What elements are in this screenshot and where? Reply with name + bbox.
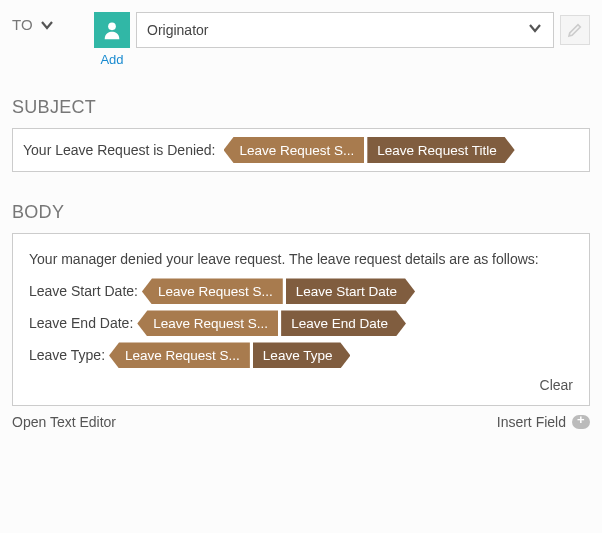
field-tag-lead[interactable]: Leave Request S... [109, 342, 250, 368]
to-section: TO Add Originator [12, 12, 590, 67]
chevron-down-icon [527, 20, 543, 40]
body-label: BODY [12, 202, 590, 223]
to-label: TO [12, 16, 33, 33]
body-line: Leave Type: Leave Request S... Leave Typ… [29, 342, 573, 368]
body-line: Leave End Date: Leave Request S... Leave… [29, 310, 573, 336]
chevron-down-icon[interactable] [39, 17, 55, 33]
field-tag-tail[interactable]: Leave End Date [281, 310, 406, 336]
avatar-block: Add [94, 12, 130, 67]
body-line-label: Leave Type: [29, 344, 105, 366]
svg-point-0 [108, 22, 116, 30]
footer-row: Open Text Editor Insert Field [12, 414, 590, 430]
body-line-label: Leave Start Date: [29, 280, 138, 302]
avatar-icon [94, 12, 130, 48]
to-label-area: TO [12, 12, 84, 33]
edit-button[interactable] [560, 15, 590, 45]
body-editor[interactable]: Your manager denied your leave request. … [12, 233, 590, 406]
body-line: Leave Start Date: Leave Request S... Lea… [29, 278, 573, 304]
field-tag-tail[interactable]: Leave Type [253, 342, 351, 368]
field-tag-lead[interactable]: Leave Request S... [224, 137, 365, 163]
subject-section: SUBJECT Your Leave Request is Denied: Le… [12, 97, 590, 172]
body-intro: Your manager denied your leave request. … [29, 248, 573, 270]
subject-label: SUBJECT [12, 97, 590, 118]
to-select-box[interactable]: Originator [136, 12, 554, 48]
to-selected-value: Originator [147, 22, 208, 38]
field-tag-lead[interactable]: Leave Request S... [137, 310, 278, 336]
body-section: BODY Your manager denied your leave requ… [12, 202, 590, 430]
add-link[interactable]: Add [100, 52, 123, 67]
subject-prefix: Your Leave Request is Denied: [23, 142, 216, 158]
field-tag-lead[interactable]: Leave Request S... [142, 278, 283, 304]
subject-input[interactable]: Your Leave Request is Denied: Leave Requ… [12, 128, 590, 172]
insert-field-icon [572, 415, 590, 429]
insert-field-link[interactable]: Insert Field [497, 414, 590, 430]
clear-link[interactable]: Clear [29, 374, 573, 396]
body-line-label: Leave End Date: [29, 312, 133, 334]
field-tag-tail[interactable]: Leave Start Date [286, 278, 415, 304]
to-select: Add Originator [94, 12, 590, 67]
open-text-editor-link[interactable]: Open Text Editor [12, 414, 116, 430]
field-tag-tail[interactable]: Leave Request Title [367, 137, 514, 163]
